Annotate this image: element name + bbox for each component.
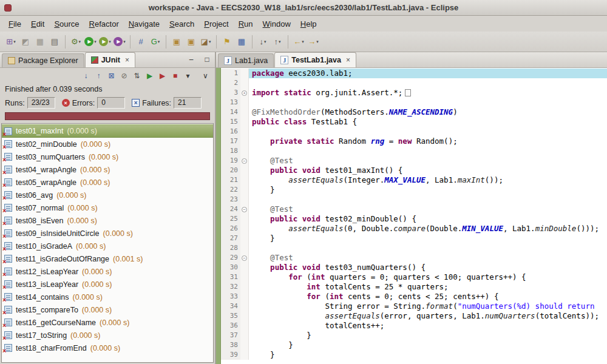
fold-column[interactable]: −: [240, 204, 249, 214]
java-editor[interactable]: 1package eecs2030.lab1;23+import static …: [216, 68, 607, 364]
external-tools-button[interactable]: ▶▾: [113, 35, 126, 49]
test-list[interactable]: ×test01_maxInt(0.000 s)×test02_minDouble…: [1, 123, 214, 363]
maximize-view-button[interactable]: □: [203, 55, 211, 64]
code-line-36[interactable]: 36 totalCents++;: [221, 321, 607, 331]
code-line-21[interactable]: 21 assertEquals(Integer.MAX_VALUE, Lab1.…: [221, 175, 607, 185]
test-row-test17-tostring[interactable]: ×test17_toString(0.000 s): [2, 329, 213, 342]
stop-junit-button[interactable]: ■: [169, 70, 181, 81]
code-line-2[interactable]: 2: [221, 78, 607, 88]
test-row-test06-avg[interactable]: ×test06_avg(0.000 s): [2, 189, 213, 201]
save-button[interactable]: ◩: [19, 35, 32, 49]
fold-minus-icon[interactable]: −: [242, 207, 247, 212]
menu-refactor[interactable]: Refactor: [84, 17, 124, 31]
code-line-34[interactable]: 34 String error = String.format("numQuar…: [221, 302, 607, 311]
test-run-history-button[interactable]: ▾: [182, 70, 194, 81]
code-line-33[interactable]: 33 for (int cents = 0; cents < 25; cents…: [221, 292, 607, 302]
show-skipped-tests-button[interactable]: ⊘: [118, 70, 130, 81]
code-line-35[interactable]: 35 assertEquals(error, quarters, Lab1.nu…: [221, 311, 607, 321]
code-line-32[interactable]: 32 int totalCents = 25 * quarters;: [221, 282, 607, 292]
annotate-button[interactable]: ◪▾: [199, 35, 212, 49]
code-line-22[interactable]: 22 }: [221, 185, 607, 195]
menu-navigate[interactable]: Navigate: [124, 17, 164, 31]
test-row-test07-normal[interactable]: ×test07_normal(0.000 s): [2, 201, 213, 214]
menu-search[interactable]: Search: [164, 17, 199, 31]
test-row-test12-isleapyear[interactable]: ×test12_isLeapYear(0.000 s): [2, 265, 213, 278]
code-line-15[interactable]: 15public class TestLab1 {: [221, 117, 607, 127]
test-row-test11-isgradeoutofrange[interactable]: ×test11_isGradeOutOfRange(0.001 s): [2, 252, 213, 265]
code-line-31[interactable]: 31 for (int quarters = 0; quarters < 100…: [221, 272, 607, 282]
menu-project[interactable]: Project: [199, 17, 233, 31]
test-row-test02-mindouble[interactable]: ×test02_minDouble(0.000 s): [2, 138, 213, 150]
open-type-button[interactable]: ▣: [170, 35, 183, 49]
test-row-test03-numquarters[interactable]: ×test03_numQuarters(0.000 s): [2, 150, 213, 163]
menu-help[interactable]: Help: [296, 17, 322, 31]
show-whitespace-button[interactable]: ▦: [235, 35, 248, 49]
scroll-lock-button[interactable]: ⇅: [131, 70, 143, 81]
rerun-tests-button[interactable]: ▶: [144, 70, 155, 81]
test-row-test08-iseven[interactable]: ×test08_isEven(0.000 s): [2, 214, 213, 227]
back-button[interactable]: ←▾: [292, 35, 305, 49]
fold-minus-icon[interactable]: −: [242, 255, 247, 261]
minimize-view-button[interactable]: –: [187, 55, 195, 64]
view-tab-junit[interactable]: JUnit×: [85, 52, 135, 67]
previous-annotation-button[interactable]: ↑▾: [271, 35, 284, 49]
code-line-18[interactable]: 18: [221, 146, 607, 156]
fold-column[interactable]: −: [240, 156, 249, 166]
next-annotation-button[interactable]: ↓▾: [256, 35, 270, 49]
fold-column[interactable]: +: [240, 88, 249, 98]
code-line-27[interactable]: 27 }: [221, 234, 607, 243]
fold-column[interactable]: −: [240, 253, 249, 263]
code-line-17[interactable]: 17 private static Random rng = new Rando…: [221, 136, 607, 146]
code-line-38[interactable]: 38 }: [221, 340, 607, 350]
view-tab-package-explorer[interactable]: Package Explorer: [2, 53, 84, 67]
editor-tab-testlab1-java[interactable]: JTestLab1.java×: [274, 52, 356, 67]
menu-window[interactable]: Window: [258, 17, 296, 31]
debug-button[interactable]: ⚙▾: [69, 35, 83, 49]
code-line-24[interactable]: 24− @Test: [221, 204, 607, 214]
editor-tab-lab1-java[interactable]: JLab1.java: [218, 53, 274, 67]
code-line-23[interactable]: 23: [221, 195, 607, 204]
code-line-26[interactable]: 26 assertEquals(0, Double.compare(Double…: [221, 224, 607, 234]
code-line-30[interactable]: 30 public void test03_numQuarters() {: [221, 263, 607, 272]
code-line-3[interactable]: 3+import static org.junit.Assert.*;: [221, 88, 607, 98]
code-line-14[interactable]: 14@FixMethodOrder(MethodSorters.NAME_ASC…: [221, 107, 607, 117]
new-java-project-button[interactable]: #: [134, 35, 148, 49]
code-line-37[interactable]: 37 }: [221, 331, 607, 340]
code-line-1[interactable]: 1package eecs2030.lab1;: [221, 69, 607, 78]
code-line-20[interactable]: 20 public void test01_maxInt() {: [221, 166, 607, 175]
mark-occurrences-button[interactable]: ⚑: [220, 35, 234, 49]
run-button[interactable]: ▶▾: [84, 35, 97, 49]
titlebar[interactable]: workspace - Java - EECS2030_W18_lab1/src…: [0, 0, 607, 16]
view-menu-button[interactable]: ∨: [200, 70, 211, 81]
test-row-test15-compareto[interactable]: ×test15_compareTo(0.000 s): [2, 303, 213, 316]
collapsed-region-icon[interactable]: [405, 89, 411, 96]
code-line-25[interactable]: 25 public void test02_minDouble() {: [221, 214, 607, 224]
test-row-test16-getcoursename[interactable]: ×test16_getCourseName(0.000 s): [2, 316, 213, 329]
test-row-test09-isinsideunitcircle[interactable]: ×test09_isInsideUnitCircle(0.000 s): [2, 227, 213, 240]
open-resource-button[interactable]: ▣: [185, 35, 198, 49]
close-icon[interactable]: ×: [346, 56, 350, 64]
code-line-13[interactable]: 13: [221, 98, 607, 107]
test-row-test14-contains[interactable]: ×test14_contains(0.000 s): [2, 291, 213, 303]
code-line-28[interactable]: 28: [221, 243, 607, 253]
menu-file[interactable]: File: [4, 17, 26, 31]
print-button[interactable]: ▤: [48, 35, 61, 49]
code-line-19[interactable]: 19− @Test: [221, 156, 607, 166]
forward-button[interactable]: →▾: [307, 35, 320, 49]
previous-failed-test-button[interactable]: ↑: [93, 70, 104, 81]
menu-source[interactable]: Source: [49, 17, 84, 31]
test-row-test18-charfromend[interactable]: ×test18_charFromEnd(0.000 s): [2, 342, 213, 354]
coverage-button[interactable]: ▶▾: [98, 35, 112, 49]
test-row-test04-wrapangle[interactable]: ×test04_wrapAngle(0.000 s): [2, 163, 213, 176]
fold-plus-icon[interactable]: +: [242, 90, 247, 96]
menu-edit[interactable]: Edit: [26, 17, 49, 31]
new-java-class-button[interactable]: G▾: [149, 35, 162, 49]
rerun-failed-first-button[interactable]: ▶: [157, 70, 168, 81]
close-icon[interactable]: ×: [125, 56, 129, 64]
test-row-test01-maxint[interactable]: ×test01_maxInt(0.000 s): [2, 124, 213, 138]
new-wizard-button[interactable]: ⊞▾: [4, 35, 18, 49]
test-row-test05-wrapangle[interactable]: ×test05_wrapAngle(0.000 s): [2, 176, 213, 189]
code-line-29[interactable]: 29− @Test: [221, 253, 607, 263]
menu-run[interactable]: Run: [234, 17, 258, 31]
code-line-39[interactable]: 39 }: [221, 350, 607, 360]
